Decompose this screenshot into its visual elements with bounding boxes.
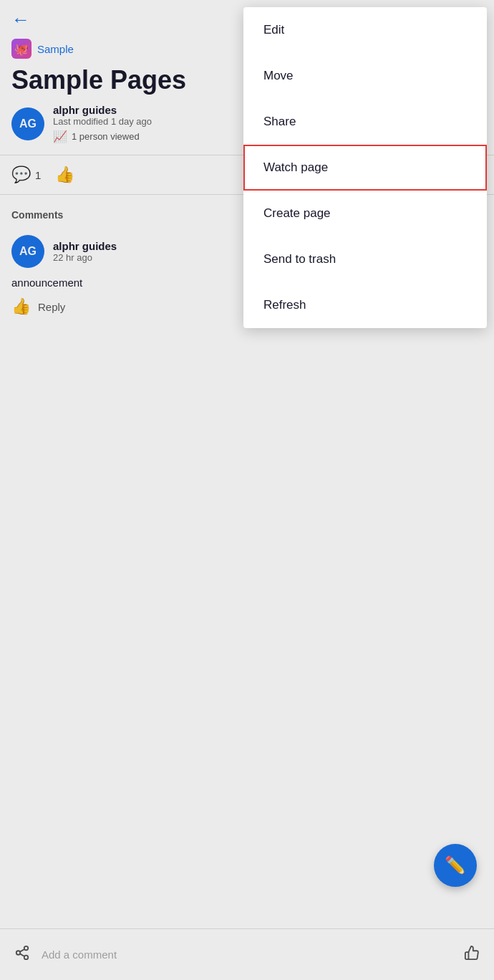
menu-item-refresh[interactable]: Refresh (243, 282, 487, 328)
menu-item-move[interactable]: Move (243, 53, 487, 99)
menu-item-edit[interactable]: Edit (243, 7, 487, 53)
menu-item-watch-page[interactable]: Watch page (243, 145, 487, 191)
dropdown-menu: Edit Move Share Watch page Create page S… (243, 7, 487, 328)
menu-item-share[interactable]: Share (243, 99, 487, 145)
menu-item-create-page[interactable]: Create page (243, 191, 487, 236)
menu-item-send-to-trash[interactable]: Send to trash (243, 236, 487, 282)
